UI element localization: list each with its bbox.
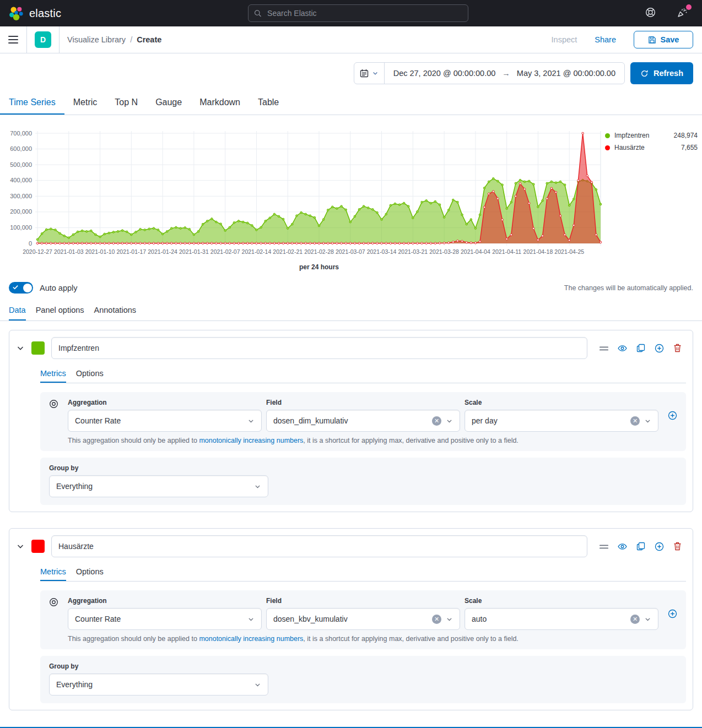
help-icon[interactable] [645,7,656,19]
svg-text:2021-03-07: 2021-03-07 [336,248,365,255]
svg-text:2021-04-04: 2021-04-04 [461,248,490,255]
collapse-chevron-icon[interactable] [16,344,25,352]
clone-icon[interactable] [636,542,645,551]
clear-icon[interactable]: ✕ [432,615,441,624]
tab-annotations[interactable]: Annotations [94,300,137,320]
tab-metrics[interactable]: Metrics [40,367,66,383]
aggregation-select[interactable]: Counter Rate [68,410,262,432]
series-color-swatch[interactable] [31,540,45,553]
chevron-down-icon [372,70,379,77]
delete-series-icon[interactable] [673,542,682,551]
aggregation-select[interactable]: Counter Rate [68,608,262,630]
chevron-down-icon [254,483,261,490]
series-color-swatch[interactable] [31,341,45,355]
breadcrumb: Visualize Library / Create [67,35,161,44]
metric-row: Aggregation Counter Rate Field dosen_dim… [40,392,686,451]
group-by-select[interactable]: Everything [49,475,268,497]
tab-options[interactable]: Options [76,565,104,581]
aggregation-label: Aggregation [68,399,262,406]
svg-text:2021-01-03: 2021-01-03 [54,248,84,255]
clone-icon[interactable] [636,344,645,352]
metric-handle[interactable] [49,399,63,432]
inspect-button[interactable]: Inspect [552,35,577,44]
tab-table[interactable]: Table [249,90,288,115]
chart-legend: Impfzentren 248,974 Hausärzte 7,655 [605,129,698,154]
svg-text:2021-02-21: 2021-02-21 [273,248,303,255]
newsfeed-icon[interactable] [677,7,688,20]
series-tabs: Metrics Options [40,565,686,582]
eye-icon[interactable] [618,344,627,353]
tab-markdown[interactable]: Markdown [191,90,249,115]
eye-icon[interactable] [618,542,627,551]
tab-metric[interactable]: Metric [64,90,106,115]
add-metric-icon[interactable] [668,399,677,432]
tab-panel-options[interactable]: Panel options [36,300,84,320]
scale-label: Scale [465,399,658,406]
clear-icon[interactable]: ✕ [630,416,640,426]
add-series-icon[interactable] [655,344,664,353]
group-by-row: Group by Everything [40,656,686,703]
end-date[interactable]: May 3, 2021 @ 00:00:00.00 [517,69,615,78]
chevron-down-icon [254,681,261,688]
chevron-down-icon [446,616,453,623]
tab-top-n[interactable]: Top N [106,90,147,115]
search-input[interactable] [266,8,462,18]
svg-text:0: 0 [29,240,32,247]
collapse-chevron-icon[interactable] [16,542,25,551]
breadcrumb-visualize-library[interactable]: Visualize Library [67,35,126,44]
calendar-dropdown-button[interactable] [354,63,385,84]
tab-metrics[interactable]: Metrics [40,565,66,581]
legend-item-hausaerzte[interactable]: Hausärzte 7,655 [605,142,698,154]
clear-icon[interactable]: ✕ [432,416,441,426]
metric-handle[interactable] [49,597,63,630]
tab-data[interactable]: Data [9,300,26,320]
tab-gauge[interactable]: Gauge [147,90,191,115]
series-tabs: Metrics Options [40,367,686,383]
group-by-select[interactable]: Everything [49,673,268,696]
drag-handle-icon[interactable] [600,343,608,353]
field-group: Field dosen_kbv_kumulativ ✕ [266,597,460,630]
scale-combobox[interactable]: per day ✕ [465,410,658,432]
legend-value: 248,974 [674,132,698,139]
legend-item-impfzentren[interactable]: Impfzentren 248,974 [605,129,698,142]
field-group: Field dosen_dim_kumulativ ✕ [266,399,460,432]
field-combobox[interactable]: dosen_dim_kumulativ ✕ [266,410,460,432]
field-combobox[interactable]: dosen_kbv_kumulativ ✕ [266,608,460,630]
refresh-icon [640,69,649,78]
toggle-knob [23,284,32,292]
start-date[interactable]: Dec 27, 2020 @ 00:00:00.00 [393,69,496,78]
refresh-button[interactable]: Refresh [630,62,693,84]
auto-apply-toggle[interactable] [9,282,33,294]
group-by-row: Group by Everything [40,458,686,505]
clear-icon[interactable]: ✕ [630,615,640,624]
series-label-input[interactable] [51,535,587,557]
help-link[interactable]: monotonically increasing numbers [199,437,303,444]
menu-icon[interactable] [0,36,26,44]
help-link[interactable]: monotonically increasing numbers [199,635,303,643]
group-by-value: Everything [56,680,250,689]
chevron-down-icon [247,417,255,425]
save-button[interactable]: Save [634,31,693,48]
scale-combobox[interactable]: auto ✕ [465,608,658,630]
editor-tabs: Data Panel options Annotations [0,300,702,321]
aggregation-help-text: This aggregation should only be applied … [68,635,658,643]
share-button[interactable]: Share [591,35,619,45]
auto-apply-label: Auto apply [40,284,78,292]
tab-time-series[interactable]: Time Series [0,90,64,115]
timeseries-chart[interactable]: 0100,000200,000300,000400,000500,000600,… [0,127,606,260]
scale-value: per day [472,416,626,425]
elastic-logo[interactable]: elastic [9,6,61,21]
svg-text:2021-04-18: 2021-04-18 [523,248,553,255]
series-header [16,337,686,359]
tab-options[interactable]: Options [76,367,104,383]
drag-handle-icon[interactable] [600,541,608,551]
add-metric-icon[interactable] [668,597,677,630]
add-series-icon[interactable] [655,542,664,551]
series-label-input[interactable] [51,337,587,359]
scale-group: Scale auto ✕ [465,597,658,630]
delete-series-icon[interactable] [673,344,682,352]
group-by-label: Group by [49,662,677,670]
space-avatar[interactable]: D [35,31,51,48]
aggregation-value: Counter Rate [75,615,243,623]
global-search[interactable] [248,4,468,22]
